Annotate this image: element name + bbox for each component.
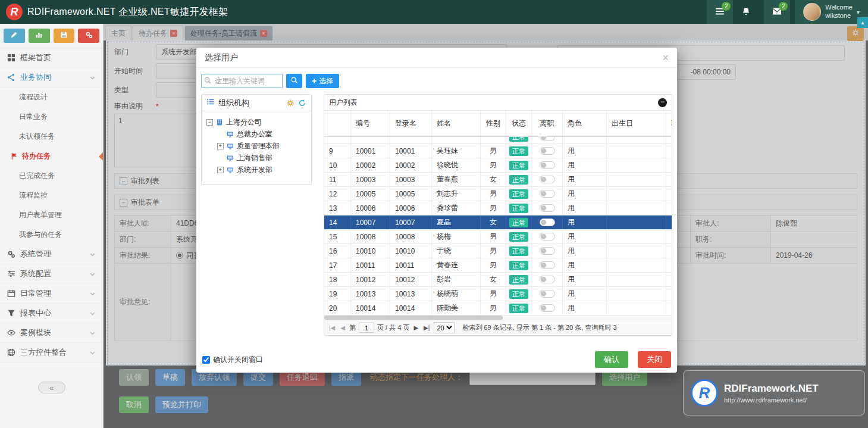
table-cell: 用 bbox=[563, 173, 607, 186]
resign-toggle[interactable] bbox=[540, 161, 555, 169]
toggle-knob bbox=[541, 163, 546, 168]
confirm-close-option[interactable]: 确认并关闭窗口 bbox=[202, 355, 263, 365]
tree-expander-icon[interactable]: + bbox=[217, 143, 224, 149]
scrollbar-thumb[interactable] bbox=[324, 315, 503, 320]
refresh-icon[interactable] bbox=[298, 99, 306, 107]
search-button[interactable] bbox=[286, 74, 302, 88]
column-header[interactable]: 性别 bbox=[481, 111, 506, 136]
column-header[interactable]: 出生日 bbox=[607, 111, 666, 136]
select-button[interactable]: +选择 bbox=[306, 74, 339, 88]
sidebar-sub-item[interactable]: 用户表单管理 bbox=[0, 205, 103, 225]
gears-tool-button[interactable] bbox=[78, 29, 99, 43]
column-header[interactable]: 职称 bbox=[666, 111, 672, 136]
table-row[interactable]: 181001210012彭岩女正常用 bbox=[324, 273, 672, 287]
sidebar-group-item[interactable]: 日常管理 bbox=[0, 284, 103, 304]
sidebar-group-item[interactable]: 系统管理 bbox=[0, 245, 103, 264]
table-row[interactable]: 161001010010于晓男正常用 bbox=[324, 244, 672, 258]
tree-expander-icon[interactable]: + bbox=[217, 167, 224, 173]
collapse-list-icon[interactable]: − bbox=[658, 98, 667, 107]
sidebar-sub-item[interactable]: 日常业务 bbox=[0, 107, 103, 127]
page-number-input[interactable] bbox=[359, 323, 374, 333]
sidebar-group-item[interactable]: 系统配置 bbox=[0, 264, 103, 284]
resign-toggle[interactable] bbox=[540, 304, 555, 312]
tree-node[interactable]: +系统开发部 bbox=[204, 164, 309, 176]
sidebar-sub-item[interactable]: 待办任务 bbox=[0, 146, 103, 166]
keyword-input[interactable] bbox=[201, 74, 283, 88]
tree-node[interactable]: 上海销售部 bbox=[204, 152, 309, 164]
sidebar-collapse-button[interactable]: « bbox=[38, 382, 65, 393]
toggle-knob bbox=[541, 263, 546, 268]
tasks-menu-button[interactable]: 2 bbox=[707, 0, 733, 24]
close-button[interactable]: 关闭 bbox=[638, 351, 671, 368]
table-row[interactable]: 171001110011黄春连男正常用 bbox=[324, 258, 672, 273]
pencil-tool-button[interactable] bbox=[4, 29, 25, 43]
table-cell: 10014 bbox=[351, 301, 390, 315]
column-header[interactable]: 登录名 bbox=[390, 111, 432, 136]
table-row[interactable]: 131000610006龚珍蕾男正常用 bbox=[324, 201, 672, 215]
confirm-button[interactable]: 确认 bbox=[595, 351, 628, 368]
last-page-button[interactable]: ▶| bbox=[422, 324, 431, 331]
sidebar-sub-item[interactable]: 我参与的任务 bbox=[0, 225, 103, 245]
table-row[interactable]: 91000110001吴珏妹男正常用 bbox=[324, 144, 672, 158]
resign-toggle[interactable] bbox=[540, 176, 555, 183]
chart-tool-button[interactable] bbox=[29, 29, 50, 43]
resign-toggle[interactable] bbox=[540, 247, 555, 255]
scroll-top-button[interactable]: ▲ bbox=[857, 17, 868, 28]
eye-icon bbox=[7, 329, 15, 337]
resign-toggle[interactable] bbox=[540, 204, 555, 212]
resign-toggle[interactable] bbox=[540, 290, 555, 298]
dialog-close-icon[interactable]: × bbox=[662, 52, 669, 63]
dialog-title: 选择用户 bbox=[205, 52, 238, 63]
table-row[interactable]: 121000510005刘志升男正常用 bbox=[324, 187, 672, 201]
first-page-button[interactable]: |◀ bbox=[328, 324, 336, 331]
grid-header-row: 编号登录名姓名性别状态离职角色出生日职称 bbox=[324, 111, 672, 137]
tree-node[interactable]: −上海分公司 bbox=[204, 116, 309, 128]
next-page-button[interactable]: ▶ bbox=[412, 324, 419, 331]
table-cell bbox=[666, 230, 672, 243]
horizontal-scrollbar[interactable] bbox=[324, 315, 672, 320]
table-row[interactable]: 101000210002徐晓悦男正常用 bbox=[324, 158, 672, 173]
notifications-button[interactable] bbox=[733, 0, 759, 24]
sidebar-group-item[interactable]: 报表中心 bbox=[0, 304, 103, 323]
tree-node[interactable]: +质量管理本部 bbox=[204, 140, 309, 152]
table-cell: 10010 bbox=[390, 244, 432, 258]
column-header[interactable]: 角色 bbox=[563, 111, 607, 136]
sidebar-group-item[interactable]: 框架首页 bbox=[0, 48, 103, 68]
confirm-close-checkbox[interactable] bbox=[202, 356, 210, 364]
sidebar-group-item[interactable]: 三方控件整合 bbox=[0, 343, 103, 363]
column-header[interactable]: 编号 bbox=[351, 111, 390, 136]
tree-node-label: 上海销售部 bbox=[237, 153, 272, 163]
table-row[interactable]: 191001310013杨晓萌男正常用 bbox=[324, 287, 672, 301]
resign-toggle[interactable] bbox=[540, 190, 555, 198]
resign-toggle[interactable] bbox=[540, 218, 555, 226]
sidebar-group-item[interactable]: 案例模块 bbox=[0, 323, 103, 343]
resign-toggle[interactable] bbox=[540, 261, 555, 269]
table-cell: 13 bbox=[324, 201, 351, 215]
prev-page-button[interactable]: ◀ bbox=[339, 324, 346, 331]
resign-toggle[interactable] bbox=[540, 233, 555, 240]
sidebar-sub-item[interactable]: 已完成任务 bbox=[0, 166, 103, 186]
tree-expander-icon[interactable]: − bbox=[206, 119, 213, 126]
messages-button[interactable]: 2 bbox=[764, 0, 790, 24]
settings-icon[interactable] bbox=[286, 99, 294, 107]
save-tool-button[interactable] bbox=[54, 29, 75, 43]
table-row[interactable]: 111000310003董春燕女正常用 bbox=[324, 173, 672, 187]
table-row[interactable]: 141000710007夏晶女正常用 bbox=[324, 215, 672, 230]
table-row[interactable]: 151000810008杨梅男正常用 bbox=[324, 230, 672, 244]
resign-toggle[interactable] bbox=[540, 147, 555, 155]
table-cell bbox=[532, 244, 563, 258]
column-header[interactable]: 离职 bbox=[532, 111, 563, 136]
resign-toggle[interactable] bbox=[540, 276, 555, 283]
sidebar-group-item[interactable]: 业务协同 bbox=[0, 68, 103, 88]
sidebar-sub-item[interactable]: 流程监控 bbox=[0, 186, 103, 205]
sidebar-sub-item[interactable]: 流程设计 bbox=[0, 88, 103, 107]
page-size-select[interactable]: 20 bbox=[434, 322, 455, 333]
column-header[interactable]: 姓名 bbox=[432, 111, 481, 136]
sidebar-sub-item[interactable]: 未认领任务 bbox=[0, 127, 103, 146]
toggle-knob bbox=[541, 248, 546, 254]
sidebar-sub-label: 日常业务 bbox=[19, 112, 48, 122]
resign-toggle[interactable] bbox=[540, 137, 555, 141]
tree-node[interactable]: 总裁办公室 bbox=[204, 128, 309, 140]
column-header[interactable]: 状态 bbox=[506, 111, 532, 136]
table-row[interactable]: 201001410014陈勤美男正常用 bbox=[324, 301, 672, 315]
